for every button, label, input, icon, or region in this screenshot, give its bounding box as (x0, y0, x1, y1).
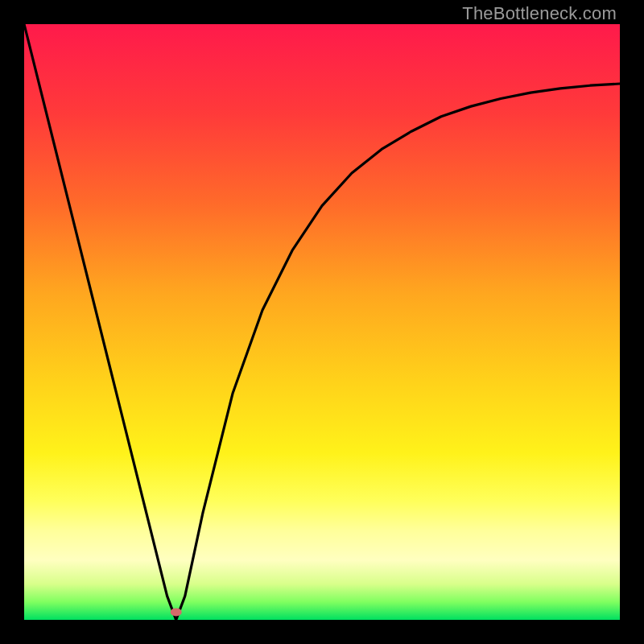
chart-svg (24, 24, 620, 620)
chart-marker (171, 608, 182, 616)
watermark-text: TheBottleneck.com (462, 3, 617, 24)
chart-curve (24, 24, 620, 620)
chart-plot-area (24, 24, 620, 620)
chart-frame: TheBottleneck.com (0, 0, 644, 644)
